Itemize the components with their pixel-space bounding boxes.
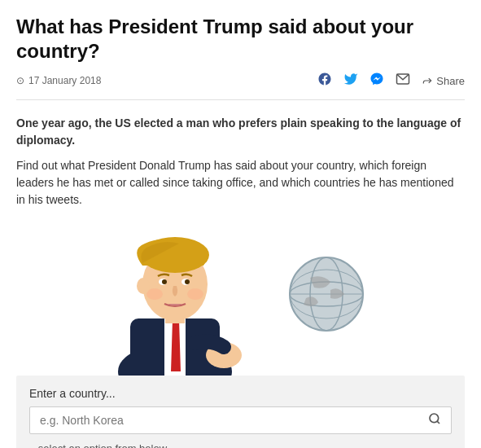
country-search-input[interactable] [37, 407, 425, 433]
social-icons: Share [317, 72, 465, 90]
search-panel: Enter a country... ...select an option f… [16, 376, 465, 448]
search-row [29, 406, 452, 434]
globe-illustration [286, 253, 367, 335]
svg-point-12 [146, 288, 163, 300]
trump-illustration [98, 217, 269, 376]
search-label: Enter a country... [29, 387, 452, 400]
search-submit-button[interactable] [425, 409, 444, 432]
select-hint: ...select an option from below... [29, 442, 452, 448]
svg-point-11 [185, 279, 190, 284]
date-area: ⊙ 17 January 2018 [16, 75, 101, 86]
clock-icon: ⊙ [16, 75, 24, 86]
messenger-icon[interactable] [369, 72, 384, 90]
svg-line-24 [437, 421, 439, 424]
share-button[interactable]: Share [422, 75, 465, 87]
svg-marker-4 [171, 320, 181, 371]
article-body: One year ago, the US elected a man who p… [16, 115, 465, 209]
twitter-icon[interactable] [343, 72, 358, 90]
article-bold-intro: One year ago, the US elected a man who p… [16, 115, 465, 149]
article-date: 17 January 2018 [28, 75, 101, 86]
meta-row: ⊙ 17 January 2018 [16, 72, 465, 100]
facebook-icon[interactable] [317, 72, 332, 90]
svg-point-23 [430, 414, 439, 423]
email-icon[interactable] [396, 72, 410, 90]
svg-point-14 [137, 278, 150, 294]
page-wrapper: What has President Trump said about your… [0, 0, 481, 448]
article-body-text: Find out what President Donald Trump has… [16, 157, 465, 209]
svg-point-13 [187, 288, 203, 300]
article-title: What has President Trump said about your… [16, 15, 465, 64]
illustration-area [16, 217, 465, 376]
svg-point-9 [162, 279, 167, 284]
